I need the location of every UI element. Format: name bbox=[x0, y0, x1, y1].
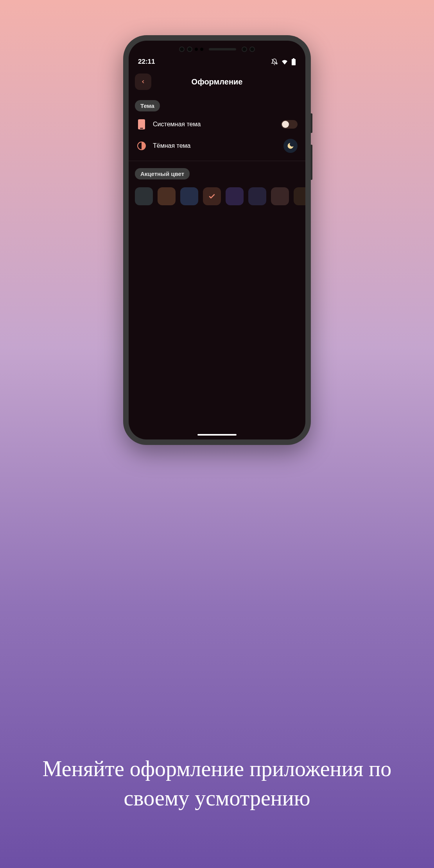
header: Оформление bbox=[129, 67, 305, 96]
accent-color-swatch-3[interactable] bbox=[203, 187, 221, 205]
status-time: 22:11 bbox=[138, 58, 155, 66]
accent-color-row bbox=[129, 183, 305, 210]
svg-rect-2 bbox=[292, 59, 296, 65]
section-theme-label: Тема bbox=[135, 100, 160, 111]
contrast-icon bbox=[136, 141, 147, 151]
dark-theme-indicator[interactable] bbox=[283, 139, 298, 153]
accent-color-swatch-0[interactable] bbox=[135, 187, 153, 205]
accent-color-swatch-6[interactable] bbox=[271, 187, 289, 205]
status-bar: 22:11 bbox=[129, 55, 305, 67]
moon-icon bbox=[287, 142, 294, 150]
row-system-theme[interactable]: Системная тема bbox=[129, 115, 305, 134]
battery-icon bbox=[291, 58, 296, 65]
bell-off-icon bbox=[271, 58, 278, 65]
home-indicator[interactable] bbox=[197, 434, 237, 436]
phone-screen: 22:11 bbox=[129, 41, 305, 439]
row-dark-theme-label: Тёмная тема bbox=[153, 142, 277, 149]
chevron-left-icon bbox=[140, 79, 146, 84]
wifi-icon bbox=[281, 59, 288, 65]
accent-color-swatch-7[interactable] bbox=[294, 187, 305, 205]
divider bbox=[129, 161, 305, 161]
page-title: Оформление bbox=[192, 77, 243, 86]
phone-frame: 22:11 bbox=[123, 35, 311, 445]
svg-rect-1 bbox=[293, 58, 294, 59]
accent-color-swatch-4[interactable] bbox=[226, 187, 244, 205]
back-button[interactable] bbox=[135, 74, 151, 90]
accent-color-swatch-1[interactable] bbox=[158, 187, 176, 205]
row-system-theme-label: Системная тема bbox=[153, 121, 275, 128]
system-theme-toggle[interactable] bbox=[281, 120, 298, 129]
marketing-caption: Меняйте оформление приложения по своему … bbox=[0, 754, 434, 813]
check-icon bbox=[208, 192, 216, 200]
accent-color-swatch-5[interactable] bbox=[248, 187, 266, 205]
side-button bbox=[311, 145, 312, 180]
row-dark-theme[interactable]: Тёмная тема bbox=[129, 134, 305, 158]
notch bbox=[129, 41, 305, 55]
section-accent-label: Акцетный цвет bbox=[135, 168, 190, 179]
side-button bbox=[311, 113, 312, 133]
accent-color-swatch-2[interactable] bbox=[180, 187, 198, 205]
device-icon bbox=[136, 119, 147, 129]
